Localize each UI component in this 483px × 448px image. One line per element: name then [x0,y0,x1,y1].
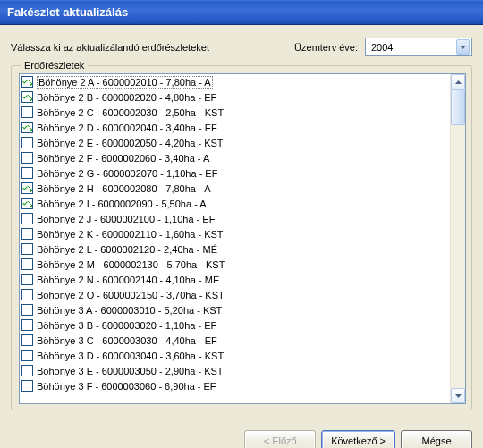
parcels-listbox: Böhönye 2 A - 6000002010 - 7,80ha - ABöh… [19,73,466,404]
list-item-label: Böhönye 2 N - 6000002140 - 4,10ha - MÉ [37,275,219,285]
list-item[interactable]: Böhönye 2 M - 6000002130 - 5,70ha - KST [20,257,450,272]
instruction-text: Válassza ki az aktualizálandó erdőrészle… [11,42,294,53]
checkbox[interactable] [21,122,33,133]
checkbox[interactable] [21,152,33,164]
list-item[interactable]: Böhönye 2 A - 6000002010 - 7,80ha - A [20,74,450,89]
list-item[interactable]: Böhönye 2 D - 6000002040 - 3,40ha - EF [20,120,450,135]
checkbox[interactable] [21,198,33,209]
list-item[interactable]: Böhönye 3 A - 6000003010 - 5,20ha - KST [20,302,450,317]
checkbox[interactable] [21,213,33,224]
list-item[interactable]: Böhönye 2 K - 6000002110 - 1,60ha - KST [20,226,450,241]
chevron-down-icon [456,39,470,55]
list-item-label: Böhönye 2 F - 6000002060 - 3,40ha - A [37,153,209,164]
vertical-scrollbar[interactable] [450,74,465,403]
plan-year-value: 2004 [371,42,393,53]
scroll-thumb[interactable] [451,89,465,125]
checkbox[interactable] [21,365,33,376]
wizard-buttons: < Előző Következő > Mégse [0,419,483,448]
list-item-label: Böhönye 3 D - 6000003040 - 3,60ha - KST [37,351,224,361]
scroll-up-button[interactable] [451,74,465,89]
list-item[interactable]: Böhönye 3 E - 6000003050 - 2,90ha - KST [20,363,450,378]
back-button: < Előző [244,430,316,448]
list-item[interactable]: Böhönye 2 E - 6000002050 - 4,20ha - KST [20,135,450,150]
checkbox[interactable] [21,167,33,179]
checkbox[interactable] [21,304,33,316]
list-item[interactable]: Böhönye 2 O - 6000002150 - 3,70ha - KST [20,287,450,302]
next-button[interactable]: Következő > [321,430,395,448]
parcels-items: Böhönye 2 A - 6000002010 - 7,80ha - ABöh… [20,74,450,403]
list-item[interactable]: Böhönye 2 C - 6000002030 - 2,50ha - KST [20,105,450,120]
parcels-groupbox: Erdőrészletek Böhönye 2 A - 6000002010 -… [11,65,472,410]
checkbox[interactable] [21,319,33,331]
list-item[interactable]: Böhönye 2 N - 6000002140 - 4,10ha - MÉ [20,272,450,287]
list-item[interactable]: Böhönye 3 D - 6000003040 - 3,60ha - KST [20,348,450,363]
checkbox[interactable] [21,289,33,300]
list-item-label: Böhönye 3 A - 6000003010 - 5,20ha - KST [37,305,222,316]
list-item[interactable]: Böhönye 3 F - 6000003060 - 6,90ha - EF [20,378,450,393]
cancel-button[interactable]: Mégse [401,430,472,448]
checkbox[interactable] [21,106,33,118]
top-row: Válassza ki az aktualizálandó erdőrészle… [11,38,472,56]
client-area: Válassza ki az aktualizálandó erdőrészle… [0,25,483,419]
list-item-label: Böhönye 2 B - 6000002020 - 4,80ha - EF [37,92,216,103]
list-item-label: Böhönye 2 I - 6000002090 - 5,50ha - A [37,199,207,209]
checkbox[interactable] [21,76,33,88]
list-item[interactable]: Böhönye 2 F - 6000002060 - 3,40ha - A [20,150,450,165]
scroll-down-button[interactable] [451,388,465,403]
cancel-button-label: Mégse [421,435,451,446]
list-item-label: Böhönye 3 E - 6000003050 - 2,90ha - KST [37,366,224,376]
list-item-label: Böhönye 2 E - 6000002050 - 4,20ha - KST [37,138,224,148]
list-item-label: Böhönye 2 O - 6000002150 - 3,70ha - KST [37,290,225,300]
list-item[interactable]: Böhönye 2 G - 6000002070 - 1,10ha - EF [20,165,450,181]
checkbox[interactable] [21,350,33,361]
list-item[interactable]: Böhönye 2 I - 6000002090 - 5,50ha - A [20,196,450,211]
list-item-label: Böhönye 3 F - 6000003060 - 6,90ha - EF [37,381,216,392]
back-button-label: < Előző [264,435,297,446]
checkbox[interactable] [21,274,33,285]
checkbox[interactable] [21,228,33,240]
scroll-track[interactable] [451,125,465,388]
list-item-label: Böhönye 2 D - 6000002040 - 3,40ha - EF [37,123,217,133]
plan-year-select[interactable]: 2004 [365,38,472,56]
list-item-label: Böhönye 2 K - 6000002110 - 1,60ha - KST [37,229,224,240]
checkbox[interactable] [21,182,33,194]
list-item[interactable]: Böhönye 3 C - 6000003030 - 4,40ha - EF [20,333,450,348]
list-item[interactable]: Böhönye 2 J - 6000002100 - 1,10ha - EF [20,211,450,226]
list-item-label: Böhönye 3 C - 6000003030 - 4,40ha - EF [37,335,217,346]
checkbox[interactable] [21,334,33,346]
checkbox[interactable] [21,243,33,255]
list-item-label: Böhönye 2 L - 6000002120 - 2,40ha - MÉ [37,244,217,255]
list-item-label: Böhönye 2 C - 6000002030 - 2,50ha - KST [37,107,224,118]
list-item-label: Böhönye 2 G - 6000002070 - 1,10ha - EF [37,168,217,179]
titlebar: Fakészlet aktualizálás [0,0,483,25]
list-item-label: Böhönye 3 B - 6000003020 - 1,10ha - EF [37,320,216,331]
checkbox[interactable] [21,258,33,270]
list-item-label: Böhönye 2 M - 6000002130 - 5,70ha - KST [37,259,225,270]
groupbox-title: Erdőrészletek [21,60,88,71]
list-item[interactable]: Böhönye 2 B - 6000002020 - 4,80ha - EF [20,89,450,105]
list-item[interactable]: Böhönye 2 H - 6000002080 - 7,80ha - A [20,181,450,196]
list-item[interactable]: Böhönye 3 B - 6000003020 - 1,10ha - EF [20,317,450,333]
list-item-label: Böhönye 2 J - 6000002100 - 1,10ha - EF [37,214,215,224]
next-button-label: Következő > [331,435,386,446]
checkbox[interactable] [21,137,33,148]
checkbox[interactable] [21,380,33,392]
list-item[interactable]: Böhönye 2 L - 6000002120 - 2,40ha - MÉ [20,241,450,257]
list-item-label: Böhönye 2 H - 6000002080 - 7,80ha - A [37,183,210,194]
list-item-label: Böhönye 2 A - 6000002010 - 7,80ha - A [37,76,213,89]
window-title: Fakészlet aktualizálás [7,5,128,19]
checkbox[interactable] [21,91,33,103]
plan-year-label: Üzemterv éve: [294,42,358,53]
